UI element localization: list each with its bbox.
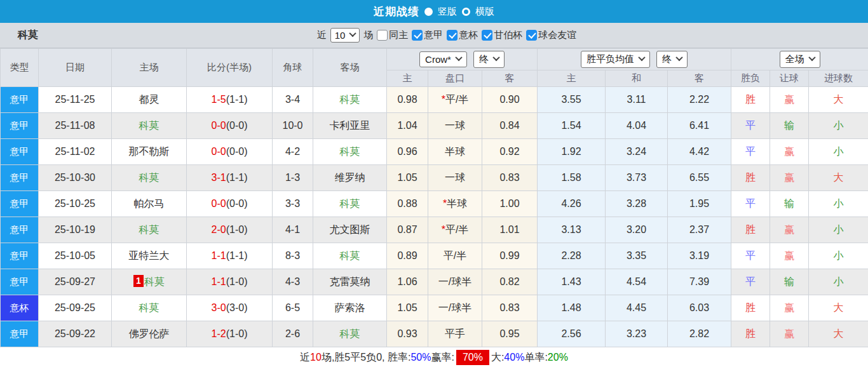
cell-competition: 意甲 xyxy=(1,165,39,191)
asian-time-select-value: 终 xyxy=(479,53,489,65)
cell-goals-result: 大 xyxy=(809,321,868,347)
chevron-down-icon xyxy=(455,54,462,61)
layout-radio-horizontal-label[interactable]: 横版 xyxy=(475,6,494,18)
handicap-text: 半球 xyxy=(447,198,467,209)
europe-time-select[interactable]: 终 xyxy=(656,51,688,68)
cell-date: 25-10-25 xyxy=(39,191,112,217)
cell-competition: 意甲 xyxy=(1,243,39,269)
europe-odds-group-header: 胜平负均值 终 xyxy=(538,49,731,70)
cell-handicap: *半球 xyxy=(428,191,482,217)
layout-radio-horizontal[interactable] xyxy=(462,8,470,16)
cell-europe-home-odds: 1.43 xyxy=(538,269,606,295)
bookmaker-select[interactable]: Crow* xyxy=(419,51,467,67)
cell-europe-home-odds: 4.26 xyxy=(538,191,606,217)
cell-score: 0-0(0-0) xyxy=(187,113,273,139)
cell-handicap: 平手 xyxy=(428,321,482,347)
checkbox-label[interactable]: 球会友谊 xyxy=(538,29,576,41)
subcol-outcome: 胜负 xyxy=(731,70,770,87)
cell-date: 25-11-02 xyxy=(39,139,112,165)
cell-competition: 意甲 xyxy=(1,113,39,139)
cell-handicap: *平/半 xyxy=(428,87,482,113)
checkbox-icon[interactable] xyxy=(526,30,537,41)
checkbox-icon[interactable] xyxy=(377,30,388,41)
cell-score: 0-0(0-0) xyxy=(187,191,273,217)
cell-score: 1-1(1-0) xyxy=(187,269,273,295)
result-scope-select[interactable]: 全场 xyxy=(780,51,820,68)
filters-group: 近 10 场 同主 意甲 意杯 甘伯杯 xyxy=(317,28,577,43)
cell-away-team: 科莫 xyxy=(313,191,387,217)
summary-segment: 大: xyxy=(491,351,504,364)
half-time-score: (1-1) xyxy=(226,250,248,261)
cell-date: 25-09-27 xyxy=(39,269,112,295)
cell-away-team: 卡利亚里 xyxy=(313,113,387,139)
cell-europe-draw-odds: 3.28 xyxy=(606,191,668,217)
cell-outcome: 胜 xyxy=(731,295,770,321)
cell-corners: 4-2 xyxy=(273,139,313,165)
half-time-score: (3-0) xyxy=(226,302,248,313)
cell-home-team: 科莫 xyxy=(112,295,187,321)
checkbox-gamper-cup[interactable]: 甘伯杯 xyxy=(482,29,522,41)
cell-handicap: 一球 xyxy=(428,113,482,139)
cell-home-team: 科莫 xyxy=(112,113,187,139)
cell-handicap: *平/半 xyxy=(428,217,482,243)
cell-corners: 10-0 xyxy=(273,113,313,139)
checkbox-club-friendly[interactable]: 球会友谊 xyxy=(526,29,576,41)
cell-goals-result: 小 xyxy=(809,113,868,139)
cell-europe-home-odds: 3.13 xyxy=(538,217,606,243)
col-header-date: 日期 xyxy=(39,49,112,87)
subcol-asian-home: 主 xyxy=(387,70,428,87)
cell-score: 3-1(1-1) xyxy=(187,165,273,191)
checkbox-label[interactable]: 同主 xyxy=(389,29,408,41)
europe-odds-type-select[interactable]: 胜平负均值 xyxy=(581,51,650,68)
checkbox-label[interactable]: 意杯 xyxy=(459,29,478,41)
field-label: 场 xyxy=(363,29,373,41)
filter-bar: 科莫 近 10 场 同主 意甲 意杯 甘伯杯 xyxy=(0,23,868,48)
layout-radio-vertical-label[interactable]: 竖版 xyxy=(438,6,457,18)
near-label: 近 xyxy=(317,29,327,41)
asian-odds-group-header: Crow* 终 xyxy=(387,49,538,70)
cell-asian-home-odds: 1.04 xyxy=(387,113,428,139)
checkbox-label[interactable]: 意甲 xyxy=(424,29,443,41)
checkbox-coppa-italia[interactable]: 意杯 xyxy=(447,29,478,41)
away-team-name: 科莫 xyxy=(340,146,360,157)
half-time-score: (1-0) xyxy=(226,276,248,287)
cell-date: 25-10-05 xyxy=(39,243,112,269)
match-row: 意杯25-09-25科莫3-0(3-0)6-5萨索洛1.05一/球半0.831.… xyxy=(1,295,868,321)
home-team-name: 科莫 xyxy=(144,276,165,287)
cell-corners: 1-3 xyxy=(273,165,313,191)
summary-segment: 20% xyxy=(548,352,568,363)
checkbox-icon[interactable] xyxy=(412,30,423,41)
cell-europe-away-odds: 6.41 xyxy=(668,113,731,139)
checkbox-icon[interactable] xyxy=(447,30,458,41)
layout-radio-vertical[interactable] xyxy=(424,8,433,16)
match-count-select[interactable]: 10 xyxy=(330,28,360,43)
summary-segment: 场,胜5平5负0, 胜率: xyxy=(322,351,410,364)
cell-date: 25-10-19 xyxy=(39,217,112,243)
full-time-score: 1-1 xyxy=(212,250,226,261)
half-time-score: (1-0) xyxy=(226,224,248,235)
cell-date: 25-09-22 xyxy=(39,321,112,347)
cell-corners: 4-3 xyxy=(273,269,313,295)
home-team-name: 亚特兰大 xyxy=(129,250,170,261)
cell-goals-result: 大 xyxy=(809,165,868,191)
cell-asian-away-odds: 0.82 xyxy=(482,269,538,295)
page-title: 近期战绩 xyxy=(374,4,419,19)
checkbox-serie-a[interactable]: 意甲 xyxy=(412,29,443,41)
checkbox-same-venue[interactable]: 同主 xyxy=(377,29,408,41)
home-team-name: 科莫 xyxy=(139,172,159,183)
checkbox-label[interactable]: 甘伯杯 xyxy=(494,29,522,41)
col-header-away: 客场 xyxy=(313,49,387,87)
checkbox-icon[interactable] xyxy=(482,30,492,41)
cell-score: 1-1(1-1) xyxy=(187,243,273,269)
cell-asian-away-odds: 0.83 xyxy=(482,295,538,321)
summary-segment: 40% xyxy=(504,352,524,363)
cell-home-team: 佛罗伦萨 xyxy=(112,321,187,347)
asian-time-select[interactable]: 终 xyxy=(473,51,505,68)
cell-away-team: 科莫 xyxy=(313,243,387,269)
cell-corners: 2-6 xyxy=(273,321,313,347)
full-time-score: 0-0 xyxy=(212,198,226,209)
summary-segment: 近 xyxy=(300,351,310,364)
cell-away-team: 科莫 xyxy=(313,321,387,347)
cell-asian-away-odds: 1.01 xyxy=(482,217,538,243)
cell-corners: 3-3 xyxy=(273,191,313,217)
